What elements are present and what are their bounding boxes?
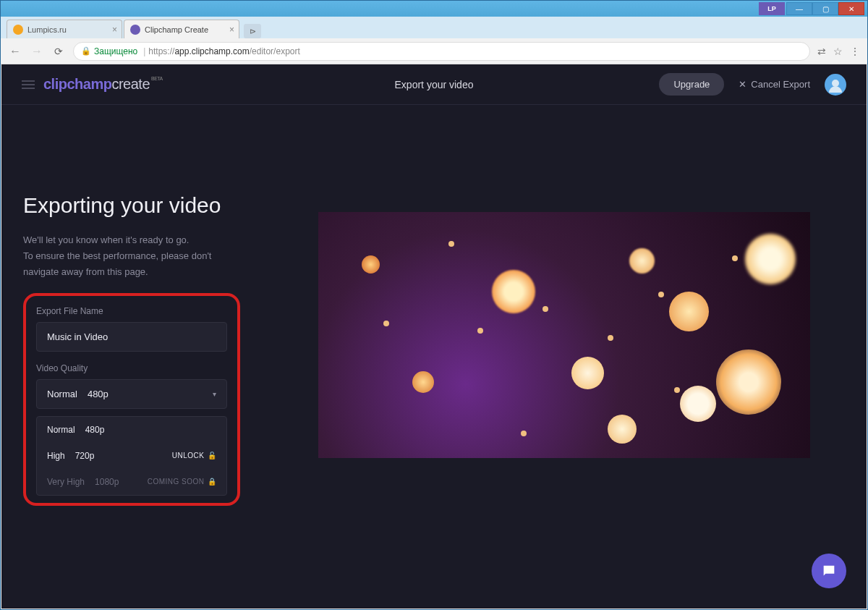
intercom-chat-button[interactable] <box>812 554 846 588</box>
browser-toolbar: ← → ⟳ 🔒 Защищено | https://app.clipchamp… <box>1 38 867 64</box>
quality-select[interactable]: Normal 480p ▾ <box>36 379 227 409</box>
export-panel: Exporting your video We'll let you know … <box>1 105 262 609</box>
back-button[interactable]: ← <box>8 45 22 58</box>
reload-button[interactable]: ⟳ <box>51 46 66 57</box>
padlock-icon: 🔒 <box>81 46 91 56</box>
browser-tab-clipchamp[interactable]: Clipchamp Create × <box>124 20 239 38</box>
chevron-down-icon: ▾ <box>213 390 216 398</box>
avatar[interactable] <box>825 74 846 96</box>
url-host: app.clipchamp.com <box>174 46 249 56</box>
url-path: /editor/export <box>250 46 300 56</box>
export-heading: Exporting your video <box>23 192 240 219</box>
export-subtext: We'll let you know when it's ready to go… <box>23 232 233 280</box>
lock-icon: 🔓 <box>208 452 217 459</box>
browser-tabstrip: Lumpics.ru × Clipchamp Create × ⊳ <box>1 17 867 38</box>
window-minimize-button[interactable]: — <box>786 2 812 15</box>
lock-icon: 🔒 <box>208 478 217 486</box>
user-badge[interactable]: LP <box>759 2 785 15</box>
browser-tab-lumpics[interactable]: Lumpics.ru × <box>7 20 122 38</box>
filename-input[interactable]: Music in Video <box>36 322 227 352</box>
clipchamp-logo[interactable]: clipchampcreateBETA <box>43 76 163 93</box>
page-content: clipchampcreateBETA Export your video Up… <box>1 64 867 609</box>
quality-dropdown: Normal 480p High 720p UNLOCK 🔓 <box>36 416 227 496</box>
address-bar[interactable]: 🔒 Защищено | https://app.clipchamp.com/e… <box>73 42 810 61</box>
bookmark-icon[interactable]: ☆ <box>833 46 843 57</box>
forward-button[interactable]: → <box>30 45 44 58</box>
tab-title: Lumpics.ru <box>27 25 67 34</box>
chat-icon <box>821 563 837 579</box>
secure-label: Защищено <box>94 46 137 56</box>
browser-window: LP — ▢ ✕ Lumpics.ru × Clipchamp Create ×… <box>0 0 868 610</box>
close-icon: ✕ <box>739 79 746 90</box>
tab-close-icon[interactable]: × <box>112 25 117 35</box>
window-close-button[interactable]: ✕ <box>838 2 864 15</box>
translate-icon[interactable]: ⇄ <box>817 46 826 57</box>
unlock-badge: UNLOCK 🔓 <box>172 452 216 459</box>
coming-soon-badge: COMING SOON 🔒 <box>148 478 216 486</box>
filename-label: Export File Name <box>36 306 227 316</box>
upgrade-button[interactable]: Upgrade <box>659 73 724 96</box>
favicon-icon <box>13 25 23 35</box>
export-settings-highlight: Export File Name Music in Video Video Qu… <box>23 293 240 506</box>
tab-title: Clipchamp Create <box>145 25 208 34</box>
preview-area <box>262 105 867 609</box>
quality-option-veryhigh[interactable]: Very High 1080p COMING SOON 🔒 <box>37 469 226 495</box>
window-maximize-button[interactable]: ▢ <box>812 2 838 15</box>
quality-option-high[interactable]: High 720p UNLOCK 🔓 <box>37 443 226 469</box>
new-tab-button[interactable]: ⊳ <box>244 24 261 38</box>
video-preview <box>318 212 810 458</box>
hamburger-icon[interactable] <box>22 78 35 91</box>
quality-label: Video Quality <box>36 363 227 373</box>
favicon-icon <box>130 25 140 35</box>
main-area: Exporting your video We'll let you know … <box>1 105 867 609</box>
quality-option-normal[interactable]: Normal 480p <box>37 417 226 443</box>
tab-close-icon[interactable]: × <box>229 25 234 35</box>
app-header: clipchampcreateBETA Export your video Up… <box>1 64 867 105</box>
window-titlebar: LP — ▢ ✕ <box>1 1 867 17</box>
page-title: Export your video <box>395 79 474 90</box>
cancel-export-button[interactable]: ✕ Cancel Export <box>739 79 810 90</box>
menu-icon[interactable]: ⋮ <box>850 46 860 57</box>
